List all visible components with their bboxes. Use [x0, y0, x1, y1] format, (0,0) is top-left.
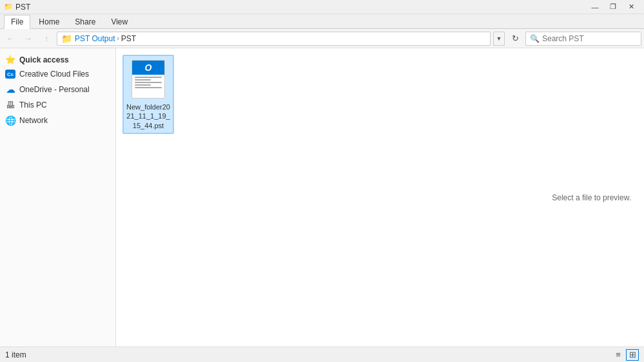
- large-icons-view-button[interactable]: ⊞: [626, 349, 639, 361]
- window-title: PST: [15, 3, 30, 12]
- title-bar: 📁 PST — ❐ ✕: [0, 0, 644, 14]
- breadcrumb-arrow: ›: [117, 35, 119, 42]
- forward-button[interactable]: →: [21, 31, 36, 46]
- tab-home[interactable]: Home: [32, 15, 66, 28]
- window-icon: 📁: [4, 3, 13, 11]
- content-area: O New_folder2021_11_1_19_15_44.pst: [116, 48, 644, 347]
- sidebar-label-onedrive: OneDrive - Personal: [19, 85, 90, 94]
- status-bar: 1 item ≡ ⊞: [0, 347, 644, 362]
- search-input[interactable]: [542, 34, 637, 43]
- preview-hint: Select a file to preview.: [552, 193, 631, 202]
- minimize-button[interactable]: —: [586, 0, 604, 14]
- path-folder-icon: 📁: [61, 33, 72, 44]
- pst-file-header-label: O: [132, 61, 164, 75]
- breadcrumb-pst: PST: [121, 34, 136, 43]
- title-bar-left: 📁 PST: [4, 3, 30, 12]
- sidebar-item-onedrive[interactable]: ☁ OneDrive - Personal: [0, 82, 115, 97]
- pst-line-4: [135, 84, 151, 86]
- sidebar: ⭐ Quick access Cc Creative Cloud Files ☁…: [0, 48, 116, 347]
- pst-line-2: [135, 79, 151, 81]
- tab-share[interactable]: Share: [68, 15, 102, 28]
- file-grid: O New_folder2021_11_1_19_15_44.pst: [122, 55, 638, 134]
- file-item-pst[interactable]: O New_folder2021_11_1_19_15_44.pst: [122, 55, 174, 134]
- file-area: O New_folder2021_11_1_19_15_44.pst: [116, 48, 644, 347]
- star-icon: ⭐: [5, 55, 15, 65]
- sidebar-label-network: Network: [19, 116, 48, 125]
- sidebar-item-this-pc[interactable]: 🖶 This PC: [0, 97, 115, 113]
- sidebar-label-this-pc: This PC: [19, 100, 47, 110]
- refresh-button[interactable]: ↻: [507, 32, 523, 46]
- address-path[interactable]: 📁 PST Output › PST: [57, 32, 491, 46]
- sidebar-item-quick-access[interactable]: ⭐ Quick access: [0, 51, 115, 66]
- sidebar-item-network[interactable]: 🌐 Network: [0, 113, 115, 128]
- pst-line-3: [135, 82, 162, 83]
- sidebar-label-quick-access: Quick access: [19, 55, 69, 64]
- onedrive-icon: ☁: [5, 84, 15, 95]
- pst-file-lines: [132, 75, 164, 98]
- tab-view[interactable]: View: [104, 15, 135, 28]
- pst-line-5: [135, 87, 162, 88]
- sidebar-label-creative-cloud: Creative Cloud Files: [19, 70, 89, 79]
- creative-cloud-icon: Cc: [5, 69, 15, 79]
- breadcrumb-pst-output[interactable]: PST Output: [75, 34, 115, 43]
- close-button[interactable]: ✕: [622, 0, 640, 14]
- restore-button[interactable]: ❐: [604, 0, 622, 14]
- pst-file-icon: O: [132, 60, 165, 99]
- search-icon: 🔍: [530, 34, 540, 43]
- search-box[interactable]: 🔍: [525, 32, 641, 46]
- sidebar-item-creative-cloud[interactable]: Cc Creative Cloud Files: [0, 66, 115, 82]
- back-button[interactable]: ←: [3, 31, 18, 46]
- ribbon-tabs: File Home Share View: [0, 14, 644, 28]
- pc-icon: 🖶: [5, 100, 15, 110]
- file-name-label: New_folder2021_11_1_19_15_44.pst: [126, 102, 170, 130]
- address-bar: ← → ↑ 📁 PST Output › PST ▼ ↻ 🔍: [0, 29, 644, 48]
- details-view-button[interactable]: ≡: [612, 349, 625, 361]
- title-bar-controls: — ❐ ✕: [586, 0, 640, 14]
- ribbon: File Home Share View: [0, 14, 644, 29]
- up-button[interactable]: ↑: [39, 31, 54, 46]
- network-icon: 🌐: [5, 115, 15, 126]
- pst-line-1: [135, 77, 162, 78]
- address-dropdown-button[interactable]: ▼: [493, 32, 505, 46]
- view-buttons: ≡ ⊞: [612, 349, 639, 361]
- status-item-count: 1 item: [5, 350, 26, 359]
- main-area: ⭐ Quick access Cc Creative Cloud Files ☁…: [0, 48, 644, 347]
- file-icon-wrapper: O: [128, 59, 169, 100]
- tab-file[interactable]: File: [4, 15, 30, 29]
